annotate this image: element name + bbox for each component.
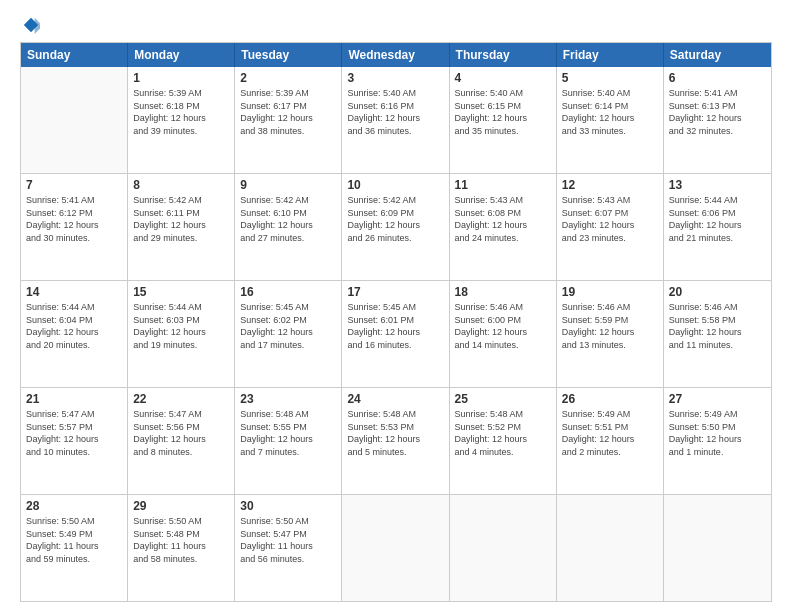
header-day-sunday: Sunday [21,43,128,67]
cal-cell: 26Sunrise: 5:49 AM Sunset: 5:51 PM Dayli… [557,388,664,494]
day-number: 21 [26,392,122,406]
day-info: Sunrise: 5:47 AM Sunset: 5:56 PM Dayligh… [133,408,229,458]
cal-cell: 4Sunrise: 5:40 AM Sunset: 6:15 PM Daylig… [450,67,557,173]
day-number: 16 [240,285,336,299]
day-info: Sunrise: 5:47 AM Sunset: 5:57 PM Dayligh… [26,408,122,458]
day-number: 7 [26,178,122,192]
cal-cell [342,495,449,601]
day-info: Sunrise: 5:40 AM Sunset: 6:14 PM Dayligh… [562,87,658,137]
logo [20,16,40,34]
cal-cell: 23Sunrise: 5:48 AM Sunset: 5:55 PM Dayli… [235,388,342,494]
cal-cell: 13Sunrise: 5:44 AM Sunset: 6:06 PM Dayli… [664,174,771,280]
cal-cell: 30Sunrise: 5:50 AM Sunset: 5:47 PM Dayli… [235,495,342,601]
day-number: 9 [240,178,336,192]
day-number: 8 [133,178,229,192]
day-number: 27 [669,392,766,406]
day-number: 24 [347,392,443,406]
day-info: Sunrise: 5:45 AM Sunset: 6:02 PM Dayligh… [240,301,336,351]
cal-cell: 20Sunrise: 5:46 AM Sunset: 5:58 PM Dayli… [664,281,771,387]
day-info: Sunrise: 5:41 AM Sunset: 6:13 PM Dayligh… [669,87,766,137]
day-number: 5 [562,71,658,85]
header-day-tuesday: Tuesday [235,43,342,67]
day-info: Sunrise: 5:48 AM Sunset: 5:52 PM Dayligh… [455,408,551,458]
cal-cell: 19Sunrise: 5:46 AM Sunset: 5:59 PM Dayli… [557,281,664,387]
header-day-friday: Friday [557,43,664,67]
day-info: Sunrise: 5:48 AM Sunset: 5:55 PM Dayligh… [240,408,336,458]
cal-row-0: 1Sunrise: 5:39 AM Sunset: 6:18 PM Daylig… [21,67,771,174]
day-number: 1 [133,71,229,85]
day-info: Sunrise: 5:42 AM Sunset: 6:09 PM Dayligh… [347,194,443,244]
day-number: 22 [133,392,229,406]
day-info: Sunrise: 5:46 AM Sunset: 6:00 PM Dayligh… [455,301,551,351]
cal-row-4: 28Sunrise: 5:50 AM Sunset: 5:49 PM Dayli… [21,495,771,601]
day-number: 20 [669,285,766,299]
day-number: 2 [240,71,336,85]
day-number: 23 [240,392,336,406]
cal-cell: 10Sunrise: 5:42 AM Sunset: 6:09 PM Dayli… [342,174,449,280]
header-day-saturday: Saturday [664,43,771,67]
day-number: 6 [669,71,766,85]
cal-cell: 6Sunrise: 5:41 AM Sunset: 6:13 PM Daylig… [664,67,771,173]
cal-cell: 14Sunrise: 5:44 AM Sunset: 6:04 PM Dayli… [21,281,128,387]
day-number: 14 [26,285,122,299]
cal-cell: 25Sunrise: 5:48 AM Sunset: 5:52 PM Dayli… [450,388,557,494]
cal-cell: 5Sunrise: 5:40 AM Sunset: 6:14 PM Daylig… [557,67,664,173]
day-info: Sunrise: 5:43 AM Sunset: 6:08 PM Dayligh… [455,194,551,244]
cal-row-1: 7Sunrise: 5:41 AM Sunset: 6:12 PM Daylig… [21,174,771,281]
cal-cell: 12Sunrise: 5:43 AM Sunset: 6:07 PM Dayli… [557,174,664,280]
cal-cell: 24Sunrise: 5:48 AM Sunset: 5:53 PM Dayli… [342,388,449,494]
day-info: Sunrise: 5:39 AM Sunset: 6:17 PM Dayligh… [240,87,336,137]
cal-cell: 18Sunrise: 5:46 AM Sunset: 6:00 PM Dayli… [450,281,557,387]
day-number: 26 [562,392,658,406]
day-info: Sunrise: 5:44 AM Sunset: 6:03 PM Dayligh… [133,301,229,351]
day-number: 30 [240,499,336,513]
header-day-thursday: Thursday [450,43,557,67]
day-info: Sunrise: 5:42 AM Sunset: 6:10 PM Dayligh… [240,194,336,244]
cal-cell: 9Sunrise: 5:42 AM Sunset: 6:10 PM Daylig… [235,174,342,280]
cal-cell: 29Sunrise: 5:50 AM Sunset: 5:48 PM Dayli… [128,495,235,601]
cal-cell: 3Sunrise: 5:40 AM Sunset: 6:16 PM Daylig… [342,67,449,173]
cal-cell: 15Sunrise: 5:44 AM Sunset: 6:03 PM Dayli… [128,281,235,387]
calendar-body: 1Sunrise: 5:39 AM Sunset: 6:18 PM Daylig… [21,67,771,601]
cal-cell: 11Sunrise: 5:43 AM Sunset: 6:08 PM Dayli… [450,174,557,280]
day-info: Sunrise: 5:42 AM Sunset: 6:11 PM Dayligh… [133,194,229,244]
day-number: 12 [562,178,658,192]
day-number: 3 [347,71,443,85]
cal-row-3: 21Sunrise: 5:47 AM Sunset: 5:57 PM Dayli… [21,388,771,495]
cal-cell: 21Sunrise: 5:47 AM Sunset: 5:57 PM Dayli… [21,388,128,494]
cal-cell [450,495,557,601]
day-number: 10 [347,178,443,192]
cal-cell: 1Sunrise: 5:39 AM Sunset: 6:18 PM Daylig… [128,67,235,173]
calendar: SundayMondayTuesdayWednesdayThursdayFrid… [20,42,772,602]
cal-cell: 8Sunrise: 5:42 AM Sunset: 6:11 PM Daylig… [128,174,235,280]
svg-marker-1 [35,18,40,34]
day-number: 4 [455,71,551,85]
day-info: Sunrise: 5:50 AM Sunset: 5:49 PM Dayligh… [26,515,122,565]
day-info: Sunrise: 5:40 AM Sunset: 6:16 PM Dayligh… [347,87,443,137]
logo-text [20,16,40,34]
cal-cell: 16Sunrise: 5:45 AM Sunset: 6:02 PM Dayli… [235,281,342,387]
day-number: 29 [133,499,229,513]
day-info: Sunrise: 5:40 AM Sunset: 6:15 PM Dayligh… [455,87,551,137]
day-info: Sunrise: 5:46 AM Sunset: 5:58 PM Dayligh… [669,301,766,351]
header-day-wednesday: Wednesday [342,43,449,67]
page: SundayMondayTuesdayWednesdayThursdayFrid… [0,0,792,612]
cal-cell: 27Sunrise: 5:49 AM Sunset: 5:50 PM Dayli… [664,388,771,494]
day-info: Sunrise: 5:39 AM Sunset: 6:18 PM Dayligh… [133,87,229,137]
day-info: Sunrise: 5:48 AM Sunset: 5:53 PM Dayligh… [347,408,443,458]
day-info: Sunrise: 5:49 AM Sunset: 5:50 PM Dayligh… [669,408,766,458]
day-number: 19 [562,285,658,299]
header-day-monday: Monday [128,43,235,67]
day-info: Sunrise: 5:45 AM Sunset: 6:01 PM Dayligh… [347,301,443,351]
day-number: 15 [133,285,229,299]
day-info: Sunrise: 5:49 AM Sunset: 5:51 PM Dayligh… [562,408,658,458]
day-info: Sunrise: 5:44 AM Sunset: 6:06 PM Dayligh… [669,194,766,244]
day-info: Sunrise: 5:41 AM Sunset: 6:12 PM Dayligh… [26,194,122,244]
day-number: 11 [455,178,551,192]
cal-cell: 17Sunrise: 5:45 AM Sunset: 6:01 PM Dayli… [342,281,449,387]
day-number: 13 [669,178,766,192]
cal-cell: 2Sunrise: 5:39 AM Sunset: 6:17 PM Daylig… [235,67,342,173]
day-number: 28 [26,499,122,513]
day-number: 18 [455,285,551,299]
day-info: Sunrise: 5:43 AM Sunset: 6:07 PM Dayligh… [562,194,658,244]
